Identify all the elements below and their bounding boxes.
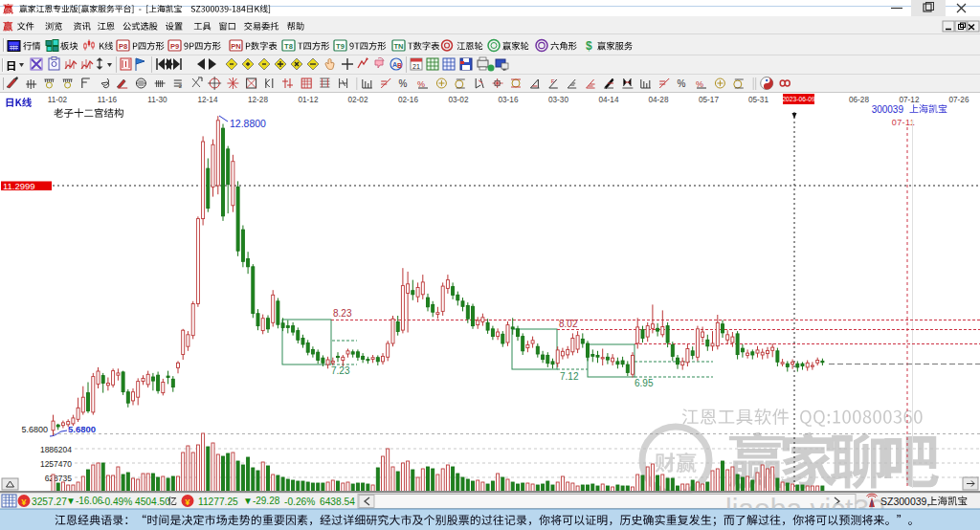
- svg-text:21: 21: [412, 63, 420, 70]
- svg-text:¥: ¥: [21, 497, 27, 507]
- svg-text:8.23: 8.23: [333, 308, 352, 319]
- svg-text:-0.49%: -0.49%: [101, 497, 132, 507]
- svg-text:7.23: 7.23: [331, 365, 350, 376]
- svg-text:01-12: 01-12: [299, 96, 319, 104]
- svg-text:PN: PN: [231, 42, 240, 51]
- svg-text:4504.50: 4504.50: [135, 497, 170, 507]
- svg-text:P8: P8: [119, 42, 127, 51]
- svg-text:▼-16.06: ▼-16.06: [66, 496, 103, 506]
- svg-text:1886204: 1886204: [40, 445, 72, 454]
- svg-text:B: B: [397, 62, 402, 69]
- svg-text:11-16: 11-16: [98, 96, 118, 104]
- svg-text:05-17: 05-17: [699, 96, 719, 104]
- svg-text:300039: 300039: [872, 104, 904, 115]
- svg-text:07-26: 07-26: [949, 96, 969, 104]
- svg-text:%: %: [399, 78, 408, 89]
- svg-text:11-02: 11-02: [48, 96, 68, 104]
- svg-text:¥: ¥: [185, 497, 190, 507]
- svg-text:TN: TN: [394, 42, 404, 51]
- svg-text:2023-06-09: 2023-06-09: [782, 96, 814, 102]
- svg-text:02-02: 02-02: [348, 96, 368, 104]
- svg-text:5.6800: 5.6800: [68, 424, 96, 434]
- svg-text:04-28: 04-28: [649, 96, 669, 104]
- svg-text:11-30: 11-30: [147, 96, 167, 104]
- svg-text:03-02: 03-02: [449, 96, 469, 104]
- svg-text:P9: P9: [170, 42, 179, 51]
- svg-text:02-16: 02-16: [398, 96, 418, 104]
- svg-text:3257.27: 3257.27: [32, 497, 67, 507]
- svg-text:T8: T8: [284, 42, 293, 51]
- svg-text:1257470: 1257470: [40, 459, 72, 469]
- svg-text:05-31: 05-31: [748, 96, 768, 104]
- svg-text:07-11: 07-11: [892, 118, 915, 127]
- svg-text:7.12: 7.12: [560, 371, 579, 382]
- svg-text:07-12: 07-12: [900, 96, 920, 104]
- svg-text:12-14: 12-14: [198, 96, 218, 104]
- svg-text:6438.54: 6438.54: [320, 497, 355, 507]
- svg-text:12.8800: 12.8800: [230, 118, 266, 129]
- svg-text:2: 2: [179, 83, 183, 89]
- svg-text:▼-29.28: ▼-29.28: [243, 496, 280, 506]
- svg-text:03-16: 03-16: [499, 96, 519, 104]
- svg-text:04-14: 04-14: [599, 96, 619, 104]
- svg-text:11277.25: 11277.25: [198, 497, 238, 507]
- svg-text:11.2999: 11.2999: [3, 181, 35, 191]
- svg-text:6.95: 6.95: [635, 378, 654, 388]
- svg-text:%: %: [678, 78, 686, 89]
- svg-text:03-30: 03-30: [548, 96, 568, 104]
- svg-text:8.02: 8.02: [559, 319, 578, 329]
- svg-text:SZ300039,: SZ300039,: [880, 496, 929, 507]
- svg-text:T9: T9: [336, 42, 345, 51]
- svg-text:$: $: [586, 39, 592, 53]
- svg-text:628735: 628735: [45, 474, 73, 483]
- svg-text:-0.26%: -0.26%: [284, 497, 315, 507]
- svg-text:12-28: 12-28: [248, 96, 268, 104]
- svg-text:F: F: [551, 78, 555, 84]
- svg-text:06-28: 06-28: [849, 96, 869, 104]
- svg-text:5.6800: 5.6800: [21, 425, 48, 434]
